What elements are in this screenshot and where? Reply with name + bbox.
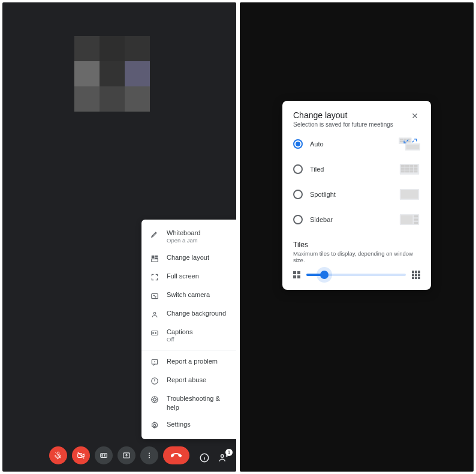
svg-rect-3 [152, 259, 158, 262]
svg-point-11 [153, 424, 156, 427]
change-layout-dialog: Change layout Selection is saved for fut… [282, 101, 431, 290]
menu-divider [141, 350, 236, 350]
svg-rect-46 [414, 218, 418, 221]
participants-count-badge: 1 [225, 449, 233, 456]
mic-off-button[interactable] [49, 446, 67, 464]
radio-icon [293, 190, 303, 199]
radio-icon [293, 215, 303, 224]
svg-point-18 [221, 455, 224, 458]
captions-button[interactable] [95, 446, 113, 464]
close-button[interactable] [409, 110, 420, 121]
spotlight-thumb-icon [399, 188, 420, 201]
radio-icon [293, 164, 303, 174]
layout-option-auto[interactable]: Auto [293, 137, 420, 151]
svg-rect-0 [152, 256, 155, 259]
menu-item-label: Full screen [167, 272, 199, 280]
menu-item-label: Whiteboard [167, 229, 200, 237]
svg-rect-37 [401, 170, 405, 173]
menu-item-report-problem[interactable]: Report a problem [141, 353, 236, 371]
menu-item-troubleshooting[interactable]: Troubleshooting & help [141, 390, 236, 416]
more-options-button[interactable] [140, 446, 158, 464]
menu-item-whiteboard[interactable]: Whiteboard Open a Jam [141, 224, 236, 249]
svg-rect-39 [409, 170, 413, 173]
menu-item-report-abuse[interactable]: Report abuse [141, 371, 236, 390]
menu-item-settings[interactable]: Settings [141, 416, 236, 434]
dialog-title: Change layout [293, 110, 393, 120]
switch-camera-icon [150, 291, 159, 301]
menu-item-captions[interactable]: Captions Off [141, 323, 236, 348]
feedback-icon [150, 358, 159, 367]
radio-label: Tiled [310, 166, 324, 173]
svg-rect-35 [409, 167, 413, 170]
layout-icon [150, 254, 159, 263]
layout-option-tiled[interactable]: Tiled [293, 163, 420, 176]
menu-item-full-screen[interactable]: Full screen [141, 268, 236, 286]
svg-point-10 [153, 398, 156, 401]
menu-item-sublabel: Open a Jam [167, 237, 200, 244]
meeting-panel-right: Change layout Selection is saved for fut… [240, 2, 474, 472]
svg-point-15 [149, 455, 150, 456]
svg-rect-4 [152, 293, 158, 298]
dialog-subtitle: Selection is saved for future meetings [293, 121, 393, 128]
tiles-subtitle: Maximum tiles to display, depending on w… [293, 250, 420, 263]
svg-rect-31 [409, 165, 413, 167]
svg-rect-30 [405, 165, 409, 167]
svg-rect-25 [407, 141, 410, 143]
participant-video-tile [74, 36, 150, 137]
svg-rect-47 [414, 222, 418, 224]
grid-large-icon [412, 271, 420, 279]
menu-item-sublabel: Off [167, 336, 192, 343]
svg-rect-6 [152, 331, 158, 335]
svg-point-5 [153, 312, 156, 314]
menu-item-label: Change background [167, 309, 226, 317]
grid-small-icon [293, 271, 300, 278]
report-icon [150, 376, 159, 386]
layout-option-sidebar[interactable]: Sidebar [293, 213, 420, 226]
svg-rect-27 [406, 145, 420, 149]
help-icon [150, 395, 159, 404]
radio-label: Auto [310, 140, 324, 148]
more-options-menu: Whiteboard Open a Jam Change layout Full… [141, 220, 236, 439]
menu-item-label: Change layout [167, 253, 209, 262]
svg-rect-42 [401, 190, 418, 199]
participants-button[interactable]: 1 [217, 451, 230, 464]
menu-item-label: Troubleshooting & help [167, 394, 233, 412]
radio-label: Sidebar [310, 216, 333, 223]
right-controls: 1 [198, 451, 230, 464]
camera-off-button[interactable] [72, 446, 90, 464]
svg-rect-33 [401, 167, 405, 170]
svg-rect-40 [414, 170, 417, 173]
captions-icon [150, 328, 159, 338]
svg-rect-36 [414, 167, 417, 170]
gear-icon [150, 421, 159, 430]
menu-item-label: Settings [167, 420, 191, 428]
svg-rect-12 [101, 454, 107, 458]
tiles-section: Tiles Maximum tiles to display, dependin… [293, 241, 420, 279]
svg-rect-29 [401, 165, 405, 167]
info-button[interactable] [198, 451, 211, 464]
menu-item-label: Report abuse [167, 376, 206, 384]
tiled-thumb-icon [399, 163, 420, 176]
svg-rect-32 [414, 165, 417, 167]
present-button[interactable] [118, 446, 135, 464]
layout-option-spotlight[interactable]: Spotlight [293, 188, 420, 201]
menu-item-label: Captions [167, 328, 192, 336]
menu-item-change-background[interactable]: Change background [141, 305, 236, 323]
menu-item-change-layout[interactable]: Change layout [141, 249, 236, 268]
menu-item-label: Switch camera [167, 290, 210, 299]
svg-rect-34 [405, 167, 409, 170]
tiles-title: Tiles [293, 241, 420, 249]
svg-point-14 [149, 452, 150, 454]
svg-rect-21 [403, 139, 406, 140]
auto-thumb-icon [399, 137, 420, 151]
layout-options: Auto Tiled [293, 137, 420, 226]
hangup-button[interactable] [163, 446, 189, 464]
svg-rect-1 [155, 256, 158, 257]
svg-rect-38 [405, 170, 409, 173]
tiles-slider[interactable] [306, 274, 406, 276]
menu-item-switch-camera[interactable]: Switch camera [141, 286, 236, 305]
radio-icon [293, 139, 303, 149]
meeting-panel-left: Whiteboard Open a Jam Change layout Full… [2, 2, 236, 472]
svg-rect-45 [414, 215, 418, 218]
fullscreen-icon [150, 272, 159, 282]
